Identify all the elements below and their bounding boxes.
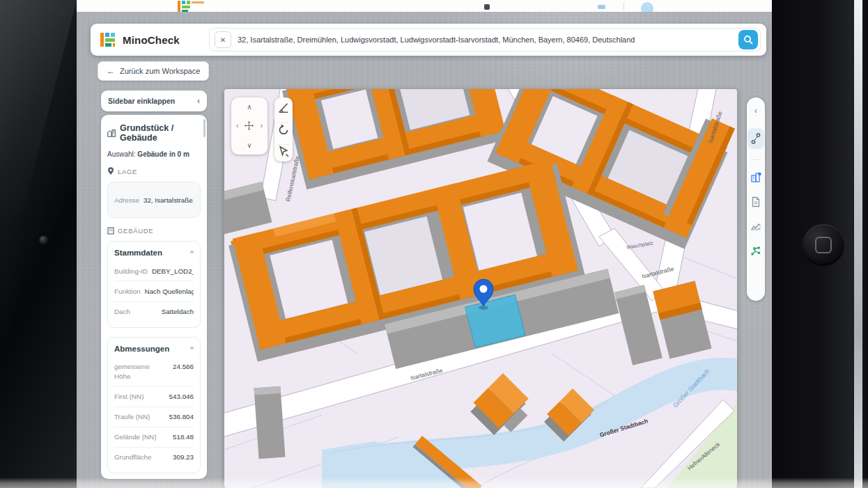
row-label: First (NN) [114,392,144,401]
gebaeude-heading-label: GEBÄUDE [118,227,153,235]
tablet-screen: MinoCheck ✕ ← Zurück zum Workspace Si [77,0,772,488]
measure-angle-button[interactable] [277,102,290,114]
measure-distance-button[interactable] [747,128,764,149]
back-button-label: Zurück zum Workspace [120,67,200,75]
row-label: Gelände (NN) [114,432,156,441]
search-box: ✕ [209,28,761,52]
toolbar-collapse-button[interactable]: ‹ [749,104,763,118]
cursor-icon [277,145,290,157]
home-button-square [815,237,832,253]
document-panel-button[interactable] [749,195,763,209]
stammdaten-card-header: Stammdaten ^ [114,247,194,261]
row-value: 536.804 [169,412,194,421]
row-label: Adresse [114,196,139,205]
map-pan-control: ∧ ‹ › ∨ [231,97,268,155]
bezel-reflection [0,0,77,488]
terrain-chart-button[interactable] [749,219,763,233]
sidebar-panel: Grundstück / Gebäude Auswahl: Gebäude in… [101,115,207,479]
tablet-edge [854,0,862,488]
search-icon [743,35,753,45]
right-toolbar: ‹ [747,97,765,301]
pointer-tool-button[interactable] [277,144,290,157]
search-input[interactable] [238,36,732,44]
reset-rotation-button[interactable] [277,123,290,136]
topnav-strip [77,0,772,12]
home-button[interactable] [803,224,844,266]
app-header: MinoCheck ✕ [91,24,766,56]
chevron-up-icon[interactable]: ^ [190,249,194,256]
row-label: Grundfläche [114,452,151,462]
panel-title-label: Grundstück / Gebäude [120,123,201,143]
sidebar-collapse-label: Sidebar einklappen [108,97,175,105]
selection-summary: Auswahl: Gebäude in 0 m [107,150,201,158]
brand-name: MinoCheck [123,34,180,46]
route-network-button[interactable] [749,244,763,258]
card-title: Abmessungen [114,345,169,353]
minocheck-logo-icon [99,31,117,49]
row-value: Nach Quellenlage… [145,287,194,296]
row-label: Traufe (NN) [114,412,150,421]
map-3d-view[interactable]: Reifenstuelstraße Isartalstraße Isartals… [224,89,737,488]
avatar[interactable] [641,2,653,12]
table-row: Funktion Nach Quellenlage… [114,281,194,301]
row-value: DEBY_LOD2_490… [152,267,194,276]
front-camera-dot [40,236,47,244]
tablet-device: MinoCheck ✕ ← Zurück zum Workspace Si [0,0,868,488]
pan-right-button[interactable]: › [261,122,263,129]
tablet-bezel-right [772,0,868,488]
brand: MinoCheck [99,31,209,49]
panel-title: Grundstück / Gebäude [107,123,201,143]
stammdaten-card: Stammdaten ^ Building-ID DEBY_LOD2_490… … [107,241,201,328]
angle-icon [277,102,290,114]
abmessungen-card-header: Abmessungen ^ [114,343,194,357]
sidebar: Sidebar einklappen ‹ Grundstück / Gebäud… [101,90,207,479]
table-row: Grundfläche 309.23 [114,447,194,467]
building-icon [107,227,114,235]
map-pin-icon [107,167,114,175]
table-row: Building-ID DEBY_LOD2_490… [114,261,194,281]
topnav-fragment [598,5,605,9]
tablet-bezel-left [0,0,77,488]
row-value: Satteldach [162,307,194,316]
selection-label: Auswahl: [107,150,136,158]
route-network-icon [750,245,761,256]
topnav-fragment [484,4,490,10]
pan-center-button[interactable] [245,121,254,130]
back-to-workspace-button[interactable]: ← Zurück zum Workspace [98,61,209,81]
section-heading-gebaeude: GEBÄUDE [107,227,201,235]
table-row: Traufe (NN) 536.804 [114,407,194,427]
toolbar-divider [750,159,761,160]
card-title: Stammdaten [114,249,162,257]
building-slab-southwest[interactable] [254,386,285,459]
measure-distance-icon [751,133,761,144]
map-tool-column [274,97,293,162]
pan-down-button[interactable]: ∨ [247,141,251,149]
section-heading-lage: LAGE [107,167,201,175]
table-row: gemessene Höhe 24.566 [114,357,194,386]
row-value: 32, Isartalstraße, D… [144,196,194,205]
pan-up-button[interactable]: ∧ [247,103,251,111]
building-house-icon [107,128,116,138]
row-value: 309.23 [173,452,194,462]
row-value: 24.566 [173,362,194,380]
sidebar-scrollbar[interactable] [203,119,206,137]
pan-left-button[interactable]: ‹ [236,122,238,129]
table-row: Adresse 32, Isartalstraße, D… [114,190,194,210]
area-chart-icon [750,221,761,231]
buildings-icon [750,172,761,183]
table-row: Dach Satteldach [114,301,194,322]
topnav-divider [623,2,624,10]
chevron-up-icon[interactable]: ^ [190,345,194,352]
document-icon [751,196,761,207]
table-row: First (NN) 543.046 [114,386,194,406]
address-card: Adresse 32, Isartalstraße, D… [107,182,201,218]
row-value: 543.046 [169,392,194,401]
sidebar-collapse-button[interactable]: Sidebar einklappen ‹ [101,90,207,111]
selection-value: Gebäude in 0 m [137,150,189,158]
lage-heading-label: LAGE [118,168,137,175]
row-label: Funktion [114,287,141,296]
clear-search-button[interactable]: ✕ [215,31,231,48]
topnav-logo-fragment [178,1,206,12]
buildings-layer-button[interactable] [749,171,763,184]
search-button[interactable] [738,30,758,49]
